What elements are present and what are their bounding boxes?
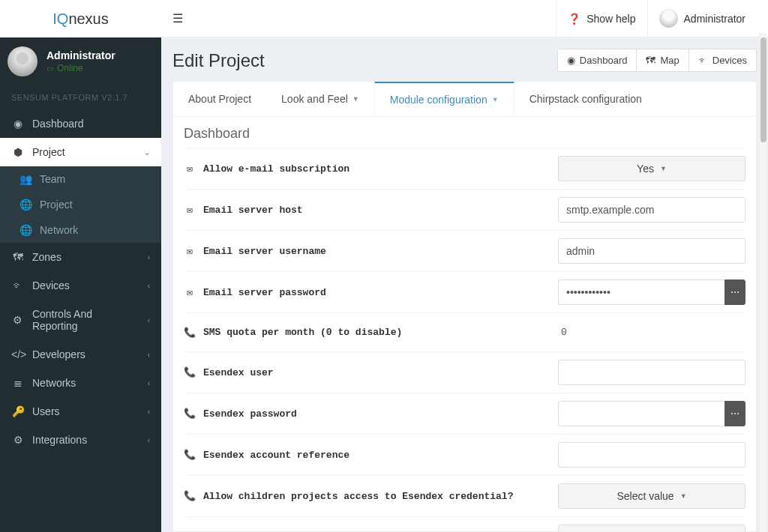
phone-icon: 📞 bbox=[184, 449, 196, 461]
sidebar: IQnexus Administrator ▭ Online SENSUM PL… bbox=[0, 0, 161, 532]
phone-icon: 📞 bbox=[184, 366, 196, 378]
project-submenu: 👥 Team 🌐 Project 🌐 Network bbox=[0, 166, 161, 243]
nav-networks[interactable]: ≣ Networks ‹ bbox=[0, 369, 161, 397]
code-icon: </> bbox=[11, 348, 25, 360]
esendex-pass-input[interactable] bbox=[558, 401, 724, 426]
online-icon: ▭ bbox=[46, 64, 53, 73]
email-pass-input[interactable] bbox=[558, 279, 724, 305]
sub-project[interactable]: 🌐 Project bbox=[0, 192, 161, 217]
page-title: Edit Project bbox=[172, 50, 265, 71]
sms-quota-value: 0 bbox=[558, 321, 746, 344]
reveal-password-button[interactable]: ⋯ bbox=[724, 279, 746, 305]
tab-about[interactable]: About Project bbox=[173, 82, 266, 116]
map-icon: 🗺 bbox=[646, 55, 656, 66]
brand-nexus: nexus bbox=[68, 10, 108, 28]
header-buttons: ◉ Dashboard 🗺 Map ᯤ Devices bbox=[557, 49, 757, 72]
chevron-left-icon: ‹ bbox=[148, 436, 150, 444]
globe-icon: 🌐 bbox=[19, 224, 32, 236]
envelope-icon: ✉ bbox=[184, 163, 196, 175]
nav-menu: ◉ Dashboard ⬢ Project ⌄ 👥 Team 🌐 Project… bbox=[0, 109, 161, 532]
avatar bbox=[8, 46, 38, 76]
tab-module[interactable]: Module configuration ▼ bbox=[374, 81, 514, 116]
globe-icon: 🌐 bbox=[19, 199, 32, 211]
section-title: Dashboard bbox=[184, 126, 746, 142]
row-allow-children: 📞Allow children projects access to Esend… bbox=[184, 475, 746, 516]
phone-icon: 📞 bbox=[184, 490, 196, 502]
row-email-pass: ✉Email server password ⋯ bbox=[184, 271, 746, 312]
tab-chirpstack[interactable]: Chirpstack configuration bbox=[514, 82, 657, 116]
chevron-left-icon: ‹ bbox=[148, 282, 150, 290]
topbar: ☰ ❓ Show help Administrator bbox=[161, 0, 768, 37]
hamburger-icon[interactable]: ☰ bbox=[172, 11, 183, 25]
esendex-user-input[interactable] bbox=[558, 360, 746, 385]
user-status: ▭ Online bbox=[46, 63, 116, 73]
sub-team[interactable]: 👥 Team bbox=[0, 166, 161, 192]
content: Edit Project ◉ Dashboard 🗺 Map ᯤ Devices bbox=[161, 37, 768, 532]
nav-zones[interactable]: 🗺 Zones ‹ bbox=[0, 243, 161, 271]
tab-look[interactable]: Look and Feel ▼ bbox=[266, 82, 374, 116]
email-user-input[interactable] bbox=[558, 238, 746, 264]
row-email-user: ✉Email server username bbox=[184, 230, 746, 271]
row-esendex-user: 📞Esendex user bbox=[184, 351, 746, 393]
chevron-left-icon: ‹ bbox=[148, 351, 150, 359]
wifi-icon: ᯤ bbox=[698, 55, 708, 66]
header-devices-button[interactable]: ᯤ Devices bbox=[689, 49, 757, 72]
chevron-down-icon: ⌄ bbox=[144, 148, 150, 157]
nav-users[interactable]: 🔑 Users ‹ bbox=[0, 397, 161, 426]
row-allow-email: ✉Allow e-mail subscription Yes ▼ bbox=[184, 148, 746, 189]
brand-iq: IQ bbox=[52, 10, 68, 28]
email-host-input[interactable] bbox=[558, 197, 746, 223]
panel: About Project Look and Feel ▼ Module con… bbox=[172, 81, 757, 532]
esendex-ref-input[interactable] bbox=[558, 442, 746, 468]
avatar bbox=[659, 9, 678, 28]
header-map-button[interactable]: 🗺 Map bbox=[637, 49, 688, 72]
brand-logo[interactable]: IQnexus bbox=[0, 0, 161, 37]
key-icon: 🔑 bbox=[11, 405, 25, 417]
networks-icon: ≣ bbox=[11, 377, 25, 389]
nav-controls[interactable]: ⚙ Controls And Reporting ‹ bbox=[0, 300, 161, 340]
cogs-icon: ⚙ bbox=[11, 434, 25, 446]
chevron-left-icon: ‹ bbox=[148, 379, 150, 387]
nav-integrations[interactable]: ⚙ Integrations ‹ bbox=[0, 426, 161, 454]
phone-icon: 📞 bbox=[184, 327, 196, 339]
caret-down-icon: ▼ bbox=[680, 492, 687, 500]
chevron-left-icon: ‹ bbox=[148, 408, 150, 416]
sub-network[interactable]: 🌐 Network bbox=[0, 217, 161, 243]
user-panel: Administrator ▭ Online bbox=[0, 37, 161, 85]
dashboard-icon: ◉ bbox=[11, 118, 25, 130]
chevron-left-icon: ‹ bbox=[148, 316, 150, 324]
allow-email-select[interactable]: Yes ▼ bbox=[558, 156, 746, 181]
row-sms-quota: 📞SMS quota per month (0 to disable) 0 bbox=[184, 312, 746, 351]
row-esendex-ref: 📞Esendex account reference bbox=[184, 434, 746, 475]
tab-body: Dashboard ✉Allow e-mail subscription Yes… bbox=[173, 117, 756, 531]
tabs: About Project Look and Feel ▼ Module con… bbox=[173, 82, 756, 117]
caret-down-icon: ▼ bbox=[660, 165, 667, 172]
header-dashboard-button[interactable]: ◉ Dashboard bbox=[557, 49, 638, 72]
nav-dashboard[interactable]: ◉ Dashboard bbox=[0, 109, 161, 138]
user-menu[interactable]: Administrator bbox=[647, 0, 757, 37]
phone-icon: 📞 bbox=[184, 408, 196, 420]
user-name: Administrator bbox=[46, 49, 116, 61]
nav-project[interactable]: ⬢ Project ⌄ bbox=[0, 138, 161, 166]
row-allow-sms: ✉Allow SMS subscription Select value ▼ bbox=[184, 516, 746, 531]
row-esendex-pass: 📞Esendex password ⋯ bbox=[184, 393, 746, 434]
nav-developers[interactable]: </> Developers ‹ bbox=[0, 340, 161, 369]
platform-version: SENSUM PLATFORM V2.1.7 bbox=[0, 85, 161, 109]
caret-down-icon: ▼ bbox=[492, 96, 499, 103]
envelope-icon: ✉ bbox=[184, 286, 196, 298]
main: ☰ ❓ Show help Administrator Edit Project… bbox=[161, 0, 768, 532]
row-email-host: ✉Email server host bbox=[184, 189, 746, 230]
envelope-icon: ✉ bbox=[184, 204, 196, 216]
nav-devices[interactable]: ᯤ Devices ‹ bbox=[0, 271, 161, 300]
help-button[interactable]: ❓ Show help bbox=[556, 0, 646, 37]
help-icon: ❓ bbox=[568, 13, 580, 25]
scrollbar[interactable] bbox=[759, 33, 766, 532]
reveal-password-button[interactable]: ⋯ bbox=[724, 401, 746, 426]
dashboard-icon: ◉ bbox=[567, 55, 575, 66]
envelope-icon: ✉ bbox=[184, 245, 196, 257]
sliders-icon: ⚙ bbox=[11, 314, 25, 326]
allow-sms-select[interactable]: Select value ▼ bbox=[558, 525, 746, 531]
allow-children-select[interactable]: Select value ▼ bbox=[558, 483, 746, 509]
chevron-left-icon: ‹ bbox=[148, 253, 150, 262]
project-icon: ⬢ bbox=[11, 146, 25, 158]
